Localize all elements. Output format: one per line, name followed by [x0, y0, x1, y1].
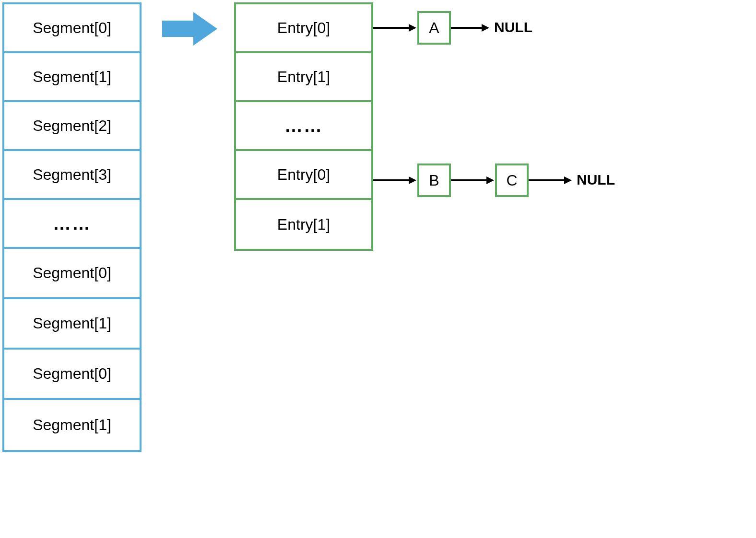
entry-cell: Entry[1] [236, 200, 371, 249]
node-box-a: A [417, 11, 451, 45]
segment-cell: Segment[0] [4, 249, 140, 299]
big-arrow-icon [162, 12, 217, 46]
entry-cell: Entry[0] [236, 4, 371, 53]
entry-table: Entry[0] Entry[1] …… Entry[0] Entry[1] [234, 2, 373, 251]
segment-label: Segment[1] [33, 416, 111, 434]
arrow-icon [451, 175, 494, 185]
svg-marker-10 [564, 176, 572, 184]
null-label: NULL [494, 19, 532, 35]
node-label: C [506, 172, 517, 189]
arrow-icon [373, 23, 416, 33]
segment-label: Segment[0] [33, 264, 111, 282]
segment-ellipsis: …… [4, 200, 140, 249]
segment-cell: Segment[1] [4, 299, 140, 350]
segment-cell: Segment[1] [4, 400, 140, 450]
node-box-b: B [417, 164, 451, 197]
null-label: NULL [577, 172, 615, 188]
segment-label: Segment[2] [33, 117, 111, 135]
segment-label: Segment[0] [33, 19, 111, 37]
segment-table: Segment[0] Segment[1] Segment[2] Segment… [2, 2, 142, 452]
segment-label: Segment[3] [33, 166, 111, 184]
arrow-icon [529, 175, 572, 185]
segment-cell: Segment[3] [4, 151, 140, 200]
svg-marker-8 [486, 176, 494, 184]
segment-cell: Segment[1] [4, 53, 140, 102]
arrow-icon [373, 175, 416, 185]
entry-label: Entry[1] [277, 216, 330, 234]
segment-label: Segment[0] [33, 365, 111, 383]
segment-cell: Segment[2] [4, 102, 140, 151]
ellipsis-label: …… [53, 213, 91, 234]
svg-marker-6 [409, 176, 416, 184]
segment-label: Segment[1] [33, 315, 111, 332]
svg-marker-4 [482, 24, 489, 32]
svg-marker-2 [409, 24, 416, 32]
node-box-c: C [495, 164, 529, 197]
entry-label: Entry[1] [277, 68, 330, 86]
entry-cell: Entry[0] [236, 151, 371, 200]
arrow-icon [451, 23, 489, 33]
node-label: B [429, 172, 439, 189]
entry-label: Entry[0] [277, 166, 330, 184]
segment-label: Segment[1] [33, 68, 111, 86]
ellipsis-label: …… [284, 116, 323, 136]
segment-cell: Segment[0] [4, 4, 140, 53]
entry-cell: Entry[1] [236, 53, 371, 102]
svg-marker-0 [162, 12, 217, 46]
segment-cell: Segment[0] [4, 350, 140, 400]
node-label: A [429, 19, 439, 37]
entry-ellipsis: …… [236, 102, 371, 151]
entry-label: Entry[0] [277, 19, 330, 37]
